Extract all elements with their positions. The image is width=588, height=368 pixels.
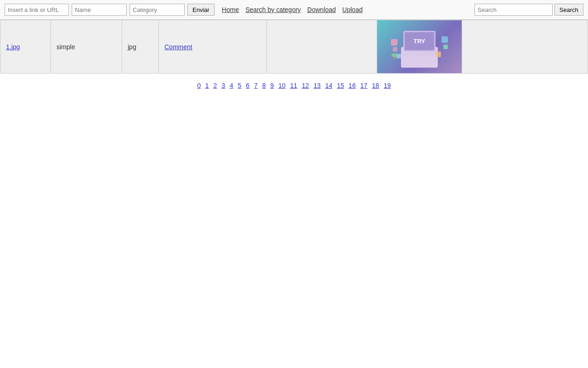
page-link-11[interactable]: 11: [290, 82, 298, 89]
thumbnail-svg: TRY: [383, 22, 456, 72]
cell-col7: [462, 20, 588, 74]
page-link-14[interactable]: 14: [325, 82, 333, 89]
page-link-18[interactable]: 18: [372, 82, 379, 89]
nav-search-by-category[interactable]: Search by category: [245, 6, 301, 13]
nav-links: Home Search by category Download Upload: [222, 6, 363, 13]
page-link-9[interactable]: 9: [270, 82, 274, 89]
cell-filename: 1.jpg: [0, 20, 51, 74]
items-table: 1.jpg simple jpg Comment: [0, 20, 588, 74]
category-input[interactable]: [130, 4, 185, 16]
name-input[interactable]: [72, 4, 127, 16]
pagination: 0 1 2 3 4 5 6 7 8 9 10 11 12 13 14 15 16…: [0, 74, 588, 94]
page-link-3[interactable]: 3: [221, 82, 225, 89]
cell-comment: Comment: [159, 20, 267, 74]
page-link-8[interactable]: 8: [262, 82, 266, 89]
page-link-17[interactable]: 17: [360, 82, 368, 89]
table-row: 1.jpg simple jpg Comment: [0, 20, 588, 74]
enviar-button[interactable]: Enviar: [187, 4, 215, 16]
page-link-1[interactable]: 1: [205, 82, 209, 89]
page-link-12[interactable]: 12: [302, 82, 309, 89]
page-link-0[interactable]: 0: [197, 82, 201, 89]
page-link-7[interactable]: 7: [254, 82, 258, 89]
page-link-6[interactable]: 6: [246, 82, 249, 89]
svg-rect-10: [402, 53, 436, 56]
page-link-5[interactable]: 5: [238, 82, 242, 89]
svg-rect-12: [394, 55, 396, 59]
page-link-4[interactable]: 4: [230, 82, 233, 89]
nav-upload[interactable]: Upload: [342, 6, 362, 13]
page-link-10[interactable]: 10: [278, 82, 286, 89]
page-link-13[interactable]: 13: [313, 82, 321, 89]
svg-rect-6: [441, 36, 448, 43]
page-link-19[interactable]: 19: [384, 82, 391, 89]
nav-home[interactable]: Home: [222, 6, 239, 13]
search-button[interactable]: Search: [554, 4, 583, 16]
cell-col5: [267, 20, 377, 74]
search-input[interactable]: [475, 4, 553, 16]
search-area: Search: [475, 4, 583, 16]
url-input[interactable]: [5, 4, 69, 16]
cell-category: jpg: [122, 20, 159, 74]
svg-rect-7: [443, 45, 448, 49]
name-value: simple: [57, 43, 75, 51]
svg-rect-4: [391, 39, 397, 46]
nav-download[interactable]: Download: [307, 6, 336, 13]
category-value: jpg: [128, 43, 136, 51]
comment-link[interactable]: Comment: [164, 43, 192, 51]
toolbar: Enviar Home Search by category Download …: [0, 0, 588, 20]
cell-name: simple: [51, 20, 122, 74]
svg-text:TRY: TRY: [413, 38, 425, 45]
filename-link[interactable]: 1.jpg: [6, 43, 20, 51]
cell-thumbnail: TRY: [377, 20, 462, 74]
page-link-16[interactable]: 16: [349, 82, 356, 89]
thumbnail-image: TRY: [377, 20, 462, 73]
page-link-2[interactable]: 2: [214, 82, 217, 89]
content-area: 1.jpg simple jpg Comment: [0, 20, 588, 74]
page-link-15[interactable]: 15: [337, 82, 344, 89]
svg-rect-5: [393, 47, 397, 52]
